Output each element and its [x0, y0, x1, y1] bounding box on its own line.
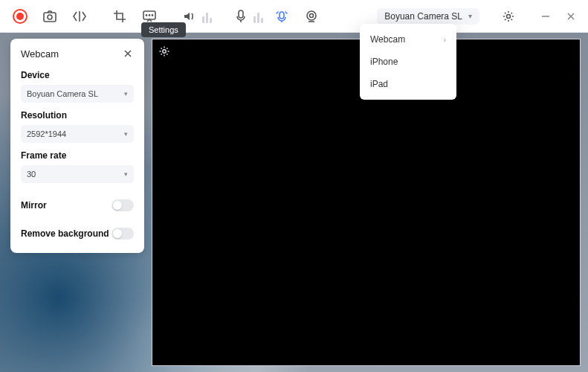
resolution-label: Resolution — [21, 110, 134, 121]
camera-select-value: Boyuan Camera SL — [384, 11, 462, 22]
svg-point-6 — [149, 14, 149, 15]
remove-bg-label: Remove background — [21, 228, 109, 239]
camera-dropdown-menu: Webcam › iPhone iPad — [360, 24, 456, 100]
svg-point-1 — [16, 13, 24, 20]
webcam-button[interactable] — [297, 3, 326, 30]
svg-rect-8 — [239, 10, 243, 18]
camera-menu-item-webcam[interactable]: Webcam › — [360, 28, 456, 51]
screenshot-button[interactable] — [36, 3, 64, 30]
top-toolbar: Boyuan Camera SL ▾ — [0, 0, 588, 33]
camera-select[interactable]: Boyuan Camera SL ▾ — [377, 8, 479, 25]
noise-reduction-button[interactable] — [268, 3, 296, 30]
crop-button[interactable] — [106, 3, 134, 30]
record-button[interactable] — [6, 3, 34, 30]
resolution-value: 2592*1944 — [27, 129, 66, 138]
chevron-down-icon: ▾ — [124, 90, 128, 97]
device-label: Device — [21, 70, 134, 80]
resolution-select[interactable]: 2592*1944 ▾ — [21, 125, 134, 143]
remove-background-toggle[interactable] — [112, 228, 134, 240]
svg-point-11 — [310, 13, 314, 17]
framerate-select[interactable]: 30 ▾ — [21, 165, 134, 183]
menu-item-label: iPhone — [370, 57, 398, 67]
preview-settings-button[interactable] — [158, 45, 170, 57]
device-select[interactable]: Boyuan Camera SL ▾ — [21, 85, 134, 103]
panel-title: Webcam — [21, 48, 59, 60]
mirror-toggle[interactable] — [112, 199, 134, 211]
device-value: Boyuan Camera SL — [27, 89, 98, 98]
camera-menu-item-iphone[interactable]: iPhone — [360, 51, 456, 73]
microphone-button[interactable] — [227, 3, 255, 30]
framerate-label: Frame rate — [21, 150, 134, 161]
svg-point-3 — [48, 15, 52, 19]
webcam-panel: Webcam Device Boyuan Camera SL ▾ Resolut… — [10, 39, 144, 253]
panel-close-button[interactable] — [122, 48, 134, 60]
framerate-value: 30 — [27, 170, 36, 179]
svg-point-7 — [152, 14, 152, 15]
minimize-button[interactable] — [534, 7, 557, 26]
speaker-level-icon — [202, 10, 212, 23]
flip-button[interactable] — [65, 3, 94, 30]
svg-point-5 — [146, 14, 146, 15]
chevron-down-icon: ▾ — [468, 12, 472, 20]
svg-rect-9 — [280, 12, 284, 19]
settings-button[interactable] — [494, 3, 523, 30]
settings-tooltip: Settings — [141, 22, 186, 37]
close-button[interactable] — [560, 7, 582, 26]
svg-rect-2 — [44, 13, 56, 22]
chevron-down-icon: ▾ — [124, 170, 128, 178]
camera-menu-item-ipad[interactable]: iPad — [360, 73, 456, 95]
svg-point-12 — [507, 14, 511, 18]
chevron-down-icon: ▾ — [124, 130, 128, 138]
svg-point-10 — [307, 11, 316, 20]
chevron-right-icon: › — [444, 36, 446, 44]
svg-point-13 — [163, 50, 166, 53]
menu-item-label: iPad — [370, 79, 388, 89]
mirror-label: Mirror — [21, 200, 47, 211]
mic-level-icon — [253, 10, 263, 23]
menu-item-label: Webcam — [370, 34, 405, 45]
